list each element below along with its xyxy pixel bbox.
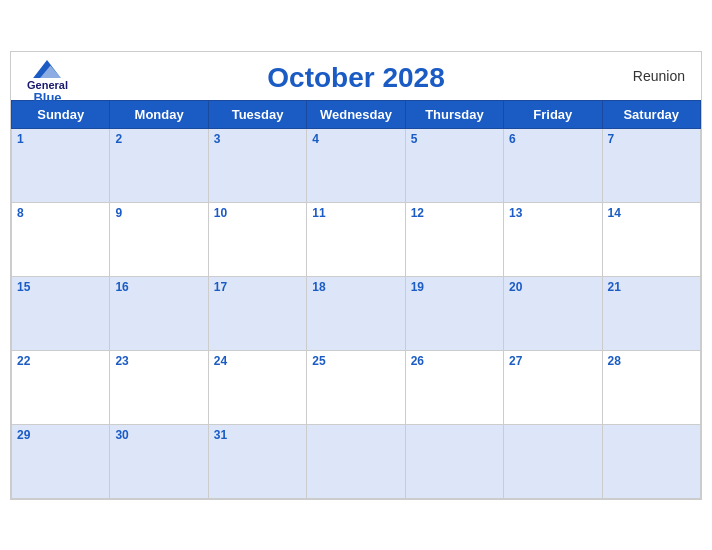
- date-17: 17: [214, 280, 301, 294]
- cell-week4-day6: 27: [504, 350, 602, 424]
- region-label: Reunion: [633, 68, 685, 84]
- date-29: 29: [17, 428, 104, 442]
- cell-week4-day5: 26: [405, 350, 503, 424]
- date-20: 20: [509, 280, 596, 294]
- date-31: 31: [214, 428, 301, 442]
- date-1: 1: [17, 132, 104, 146]
- header-tuesday: Tuesday: [208, 100, 306, 128]
- calendar-header: General Blue October 2028 Reunion: [11, 52, 701, 100]
- header-thursday: Thursday: [405, 100, 503, 128]
- date-10: 10: [214, 206, 301, 220]
- date-3: 3: [214, 132, 301, 146]
- date-27: 27: [509, 354, 596, 368]
- cell-week2-day7: 14: [602, 202, 700, 276]
- cell-week4-day7: 28: [602, 350, 700, 424]
- logo-general-text: General: [27, 80, 68, 91]
- date-15: 15: [17, 280, 104, 294]
- cell-week5-day5: [405, 424, 503, 498]
- date-21: 21: [608, 280, 695, 294]
- date-4: 4: [312, 132, 399, 146]
- date-12: 12: [411, 206, 498, 220]
- date-6: 6: [509, 132, 596, 146]
- header-wednesday: Wednesday: [307, 100, 405, 128]
- calendar: General Blue October 2028 Reunion Sunday…: [10, 51, 702, 500]
- date-11: 11: [312, 206, 399, 220]
- date-19: 19: [411, 280, 498, 294]
- cell-week1-day1: 1: [12, 128, 110, 202]
- date-7: 7: [608, 132, 695, 146]
- header-friday: Friday: [504, 100, 602, 128]
- date-5: 5: [411, 132, 498, 146]
- weekday-header-row: Sunday Monday Tuesday Wednesday Thursday…: [12, 100, 701, 128]
- cell-week3-day3: 17: [208, 276, 306, 350]
- logo: General Blue: [27, 60, 68, 104]
- date-8: 8: [17, 206, 104, 220]
- week-row-5: 293031: [12, 424, 701, 498]
- header-saturday: Saturday: [602, 100, 700, 128]
- cell-week1-day3: 3: [208, 128, 306, 202]
- date-22: 22: [17, 354, 104, 368]
- cell-week4-day3: 24: [208, 350, 306, 424]
- cell-week5-day4: [307, 424, 405, 498]
- logo-icon: [33, 60, 61, 78]
- calendar-table: Sunday Monday Tuesday Wednesday Thursday…: [11, 100, 701, 499]
- cell-week3-day1: 15: [12, 276, 110, 350]
- cell-week3-day6: 20: [504, 276, 602, 350]
- cell-week2-day6: 13: [504, 202, 602, 276]
- date-2: 2: [115, 132, 202, 146]
- cell-week2-day2: 9: [110, 202, 208, 276]
- cell-week4-day1: 22: [12, 350, 110, 424]
- cell-week5-day3: 31: [208, 424, 306, 498]
- cell-week1-day4: 4: [307, 128, 405, 202]
- calendar-title: October 2028: [267, 62, 444, 94]
- cell-week5-day2: 30: [110, 424, 208, 498]
- date-24: 24: [214, 354, 301, 368]
- date-16: 16: [115, 280, 202, 294]
- date-9: 9: [115, 206, 202, 220]
- cell-week4-day2: 23: [110, 350, 208, 424]
- cell-week3-day2: 16: [110, 276, 208, 350]
- cell-week1-day5: 5: [405, 128, 503, 202]
- cell-week3-day5: 19: [405, 276, 503, 350]
- header-monday: Monday: [110, 100, 208, 128]
- cell-week1-day7: 7: [602, 128, 700, 202]
- date-14: 14: [608, 206, 695, 220]
- date-26: 26: [411, 354, 498, 368]
- logo-blue-text: Blue: [33, 91, 61, 104]
- cell-week4-day4: 25: [307, 350, 405, 424]
- date-30: 30: [115, 428, 202, 442]
- week-row-3: 15161718192021: [12, 276, 701, 350]
- date-28: 28: [608, 354, 695, 368]
- week-row-2: 891011121314: [12, 202, 701, 276]
- cell-week2-day3: 10: [208, 202, 306, 276]
- date-18: 18: [312, 280, 399, 294]
- cell-week5-day6: [504, 424, 602, 498]
- week-row-4: 22232425262728: [12, 350, 701, 424]
- week-row-1: 1234567: [12, 128, 701, 202]
- date-25: 25: [312, 354, 399, 368]
- cell-week2-day1: 8: [12, 202, 110, 276]
- cell-week2-day5: 12: [405, 202, 503, 276]
- cell-week5-day7: [602, 424, 700, 498]
- cell-week2-day4: 11: [307, 202, 405, 276]
- cell-week3-day4: 18: [307, 276, 405, 350]
- cell-week1-day6: 6: [504, 128, 602, 202]
- cell-week3-day7: 21: [602, 276, 700, 350]
- cell-week1-day2: 2: [110, 128, 208, 202]
- date-13: 13: [509, 206, 596, 220]
- date-23: 23: [115, 354, 202, 368]
- cell-week5-day1: 29: [12, 424, 110, 498]
